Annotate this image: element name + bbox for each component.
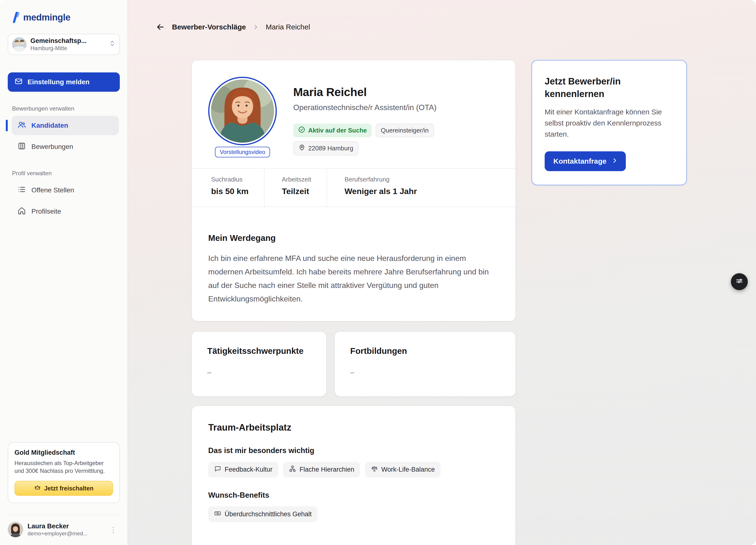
mail-icon bbox=[14, 77, 23, 87]
content-columns: Vorstellungsvideo Maria Reichel Operatio… bbox=[191, 60, 756, 545]
kebab-menu-icon[interactable]: ⋮ bbox=[107, 524, 120, 535]
contact-request-card: Jetzt Bewerber/in kennenlernen Mit einer… bbox=[531, 60, 687, 185]
unlock-gold-label: Jetzt freischalten bbox=[44, 485, 93, 492]
sidebar-item-bewerbungen[interactable]: Bewerbungen bbox=[12, 137, 119, 156]
org-switcher[interactable]: Gemeinschaftsp... Hamburg-Mitte bbox=[8, 34, 120, 55]
map-pin-icon bbox=[299, 144, 305, 153]
check-circle-icon bbox=[298, 126, 305, 135]
medmingle-logo-icon bbox=[12, 12, 20, 23]
candidate-header-info: Maria Reichel Operationstechnische/r Ass… bbox=[293, 77, 499, 156]
user-email: demo+employer@med... bbox=[28, 531, 102, 537]
list-icon bbox=[17, 185, 26, 196]
badge-label: Quereinsteiger/in bbox=[381, 127, 429, 134]
fortbildungen-title: Fortbildungen bbox=[350, 346, 500, 356]
candidate-role: Operationstechnische/r Assistent/in (OTA… bbox=[293, 103, 499, 112]
report-hire-button[interactable]: Einstellung melden bbox=[8, 72, 120, 92]
badge-quereinsteiger: Quereinsteiger/in bbox=[376, 124, 434, 137]
status-badge-active: Aktiv auf der Suche bbox=[293, 124, 372, 137]
sidebar-item-profilseite[interactable]: Profilseite bbox=[12, 202, 119, 221]
sidebar-spacer bbox=[8, 221, 120, 442]
fortbildungen-card: Fortbildungen – bbox=[334, 331, 516, 397]
stat-label: Berufserfahrung bbox=[344, 176, 417, 183]
stat-label: Arbeitszeit bbox=[282, 176, 311, 183]
medmingle-logo[interactable]: medmingle bbox=[12, 12, 120, 23]
stats-row: Suchradius bis 50 km Arbeitszeit Teilzei… bbox=[192, 168, 515, 207]
stat-suchradius: Suchradius bis 50 km bbox=[192, 169, 264, 207]
money-icon bbox=[214, 510, 221, 519]
sliders-icon bbox=[735, 277, 743, 287]
org-name: Gemeinschaftsp... bbox=[30, 37, 105, 45]
sidebar-item-label: Profilseite bbox=[31, 208, 61, 215]
important-label: Das ist mir besonders wichtig bbox=[208, 446, 499, 455]
balance-icon bbox=[371, 465, 378, 474]
important-chips: Feedback-Kultur Flache Hierarchien bbox=[208, 462, 499, 477]
user-meta: Laura Becker demo+employer@med... bbox=[28, 523, 102, 537]
badge-label: 22089 Hamburg bbox=[308, 145, 353, 152]
stat-berufserfahrung: Berufserfahrung Weniger als 1 Jahr bbox=[327, 169, 432, 207]
fortbildungen-empty-value: – bbox=[350, 368, 500, 376]
werdegang-text: Ich bin eine erfahrene MFA und suche ein… bbox=[208, 252, 498, 305]
sidebar-item-offene-stellen[interactable]: Offene Stellen bbox=[12, 181, 119, 200]
breadcrumb: Bewerber-Vorschläge Maria Reichel bbox=[128, 0, 756, 32]
contact-request-button[interactable]: Kontaktanfrage bbox=[545, 151, 626, 171]
stat-value: Weniger als 1 Jahr bbox=[344, 187, 417, 196]
stat-arbeitszeit: Arbeitszeit Teilzeit bbox=[264, 169, 327, 207]
candidate-profile-card: Vorstellungsvideo Maria Reichel Operatio… bbox=[191, 60, 516, 321]
main-content: Bewerber-Vorschläge Maria Reichel bbox=[128, 0, 756, 545]
contact-request-label: Kontaktanfrage bbox=[553, 157, 606, 165]
badge-row: Aktiv auf der Suche Quereinsteiger/in bbox=[293, 124, 499, 156]
filter-settings-fab[interactable] bbox=[731, 273, 748, 290]
chip-label: Flache Hierarchien bbox=[300, 466, 354, 473]
app-window: medmingle Gemeinschaftsp... Hamburg-Mitt… bbox=[0, 0, 756, 545]
werdegang-section: Mein Werdegang Ich bin eine erfahrene MF… bbox=[192, 207, 515, 321]
chat-icon bbox=[214, 465, 221, 474]
sidebar-item-label: Offene Stellen bbox=[31, 186, 74, 194]
org-location: Hamburg-Mitte bbox=[30, 45, 105, 52]
user-avatar bbox=[8, 522, 23, 537]
profile-column: Vorstellungsvideo Maria Reichel Operatio… bbox=[191, 60, 516, 545]
user-name: Laura Becker bbox=[28, 523, 102, 530]
users-icon bbox=[17, 121, 26, 131]
nav-bewerbungen: Kandidaten Bewerbungen bbox=[12, 116, 119, 156]
gold-title: Gold Mitgliedschaft bbox=[14, 449, 113, 456]
dream-title: Traum-Arbeitsplatz bbox=[208, 422, 499, 433]
sidebar-item-label: Kandidaten bbox=[31, 122, 68, 129]
photo-area: Vorstellungsvideo bbox=[208, 77, 277, 156]
candidate-photo bbox=[208, 77, 277, 145]
candidate-name: Maria Reichel bbox=[293, 85, 499, 99]
org-avatar bbox=[12, 37, 27, 52]
org-meta: Gemeinschaftsp... Hamburg-Mitte bbox=[30, 37, 105, 52]
chip-label: Work-Life-Balance bbox=[381, 466, 435, 473]
contact-card-body: Mit einer Kontaktanfrage können Sie selb… bbox=[545, 107, 674, 140]
brand-name: medmingle bbox=[23, 12, 70, 23]
mini-cards-row: Tätigkeitsschwerpunkte – Fortbildungen – bbox=[191, 331, 516, 397]
stat-value: bis 50 km bbox=[211, 187, 249, 196]
back-arrow-icon[interactable] bbox=[156, 22, 165, 32]
sidebar-item-kandidaten[interactable]: Kandidaten bbox=[12, 116, 119, 135]
chip-work-life-balance: Work-Life-Balance bbox=[365, 462, 441, 477]
report-hire-label: Einstellung melden bbox=[28, 78, 90, 86]
sidebar: medmingle Gemeinschaftsp... Hamburg-Mitt… bbox=[0, 0, 128, 545]
profile-header: Vorstellungsvideo Maria Reichel Operatio… bbox=[192, 60, 515, 168]
chevron-up-down-icon bbox=[109, 40, 115, 49]
chip-feedback-kultur: Feedback-Kultur bbox=[208, 462, 278, 477]
benefit-chips: Überdurchschnittliches Gehalt bbox=[208, 506, 499, 522]
sidebar-item-label: Bewerbungen bbox=[31, 143, 73, 151]
home-icon bbox=[17, 206, 26, 217]
stat-value: Teilzeit bbox=[282, 187, 311, 196]
contact-card-title: Jetzt Bewerber/in kennenlernen bbox=[545, 75, 674, 100]
badge-location: 22089 Hamburg bbox=[293, 141, 358, 156]
kanban-icon bbox=[17, 142, 26, 152]
chip-label: Feedback-Kultur bbox=[225, 466, 272, 473]
intro-video-pill[interactable]: Vorstellungsvideo bbox=[215, 147, 270, 157]
user-menu[interactable]: Laura Becker demo+employer@med... ⋮ bbox=[8, 515, 120, 537]
breadcrumb-parent[interactable]: Bewerber-Vorschläge bbox=[172, 23, 246, 31]
stat-label: Suchradius bbox=[211, 176, 249, 183]
breadcrumb-current: Maria Reichel bbox=[266, 23, 310, 31]
gold-body: Herausstechen als Top-Arbeitgeber und 30… bbox=[14, 459, 113, 475]
breadcrumb-chevron-icon bbox=[253, 24, 259, 30]
taetigkeiten-card: Tätigkeitsschwerpunkte – bbox=[191, 331, 327, 397]
crown-icon bbox=[34, 484, 41, 492]
werdegang-title: Mein Werdegang bbox=[208, 233, 499, 243]
unlock-gold-button[interactable]: Jetzt freischalten bbox=[14, 481, 113, 496]
